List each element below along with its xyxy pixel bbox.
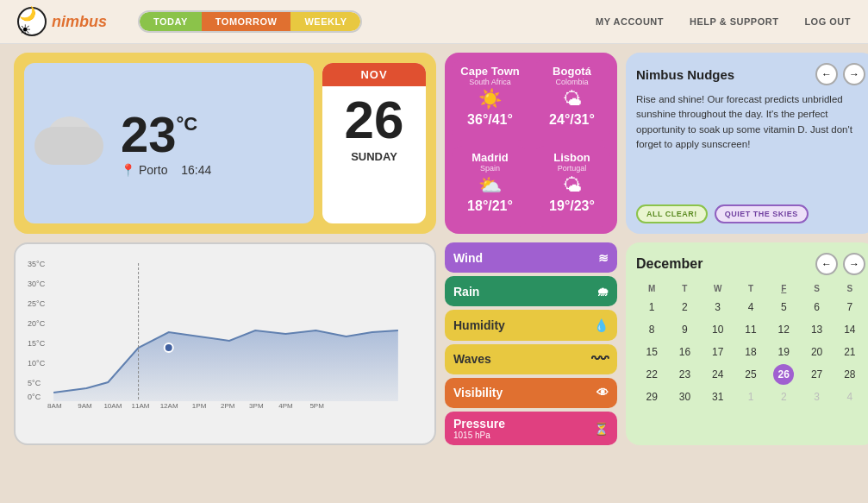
- cal-day-2[interactable]: 2: [674, 297, 695, 318]
- nav-links: MY ACCOUNT HELP & SUPPORT LOG OUT: [596, 16, 851, 27]
- cal-day-1[interactable]: 1: [641, 297, 662, 318]
- city-icon-lisbon: 🌤: [540, 174, 603, 197]
- tab-weekly[interactable]: WEEKLY: [290, 12, 360, 31]
- nav-account[interactable]: MY ACCOUNT: [596, 16, 664, 27]
- cal-day-27[interactable]: 27: [807, 364, 827, 385]
- svg-text:5PM: 5PM: [309, 402, 324, 410]
- dow-fri: F: [768, 282, 799, 295]
- cal-day-31[interactable]: 31: [708, 387, 728, 407]
- pressure-value: 1015 hPa: [453, 431, 505, 440]
- cities-card: Cape Town South Africa ☀️ 36°/41° Bogotá…: [445, 53, 617, 234]
- cal-day-13[interactable]: 13: [807, 319, 827, 340]
- cal-day-5[interactable]: 5: [773, 297, 794, 318]
- cal-day-17[interactable]: 17: [708, 342, 728, 362]
- svg-text:20°C: 20°C: [28, 319, 46, 328]
- cal-weekday: SUNDAY: [322, 150, 426, 170]
- cal-day-other-2[interactable]: 2: [773, 387, 794, 407]
- cal-day-8[interactable]: 8: [641, 319, 662, 340]
- cal-day-30[interactable]: 30: [674, 387, 695, 407]
- city-country-bogota: Colombia: [540, 78, 603, 86]
- nudges-text: Rise and shine! Our forecast predicts un…: [636, 92, 865, 152]
- nudges-header: Nimbus Nudges ← →: [636, 63, 865, 85]
- nav-tabs: TODAY TOMORROW WEEKLY: [138, 10, 362, 33]
- city-lisbon: Lisbon Portugal 🌤 19°/23°: [534, 146, 610, 227]
- cal-day-26-today[interactable]: 26: [773, 364, 794, 385]
- cal-month: NOV: [322, 63, 426, 86]
- svg-text:10°C: 10°C: [28, 359, 46, 368]
- cal-day-16[interactable]: 16: [674, 342, 695, 362]
- rain-label: Rain: [453, 285, 479, 299]
- cloud-icon: [34, 113, 112, 173]
- waves-label: Waves: [453, 352, 491, 366]
- cal-day-14[interactable]: 14: [840, 319, 860, 340]
- cal-day-25[interactable]: 25: [740, 364, 761, 385]
- city-name-lisbon: Lisbon: [540, 151, 603, 164]
- city-temp-madrid: 18°/21°: [459, 198, 521, 214]
- cal-day-7[interactable]: 7: [840, 297, 860, 318]
- cal-day-9[interactable]: 9: [674, 319, 695, 340]
- cal-day-29[interactable]: 29: [641, 387, 662, 407]
- cal-day-23[interactable]: 23: [674, 364, 695, 385]
- current-time: 16:44: [181, 163, 211, 177]
- svg-text:3PM: 3PM: [249, 402, 264, 410]
- calendar-card: December ← → M T W T F S S 1 2 3 4 5 6 7…: [626, 242, 868, 445]
- nudges-prev-button[interactable]: ←: [815, 63, 838, 85]
- nudges-nav-arrows: ← →: [815, 63, 865, 85]
- cal-day-19[interactable]: 19: [773, 342, 794, 362]
- weather-main: 23 °C 📍 Porto 16:44: [24, 63, 314, 223]
- tab-tomorrow[interactable]: TOMORROW: [202, 12, 291, 31]
- svg-text:9AM: 9AM: [78, 402, 92, 410]
- temperature: 23: [121, 110, 177, 160]
- temp-unit: °C: [177, 115, 198, 134]
- nav-logout[interactable]: LOG OUT: [804, 16, 851, 27]
- cal-day-11[interactable]: 11: [740, 319, 761, 340]
- cal-day-other-1[interactable]: 1: [740, 387, 761, 407]
- calendar-next-button[interactable]: →: [843, 253, 865, 275]
- city-temp-bogota: 24°/31°: [540, 112, 603, 128]
- cloud-body: [34, 127, 103, 165]
- cal-day-22[interactable]: 22: [641, 364, 662, 385]
- logo-icon: 🌙☀: [17, 7, 47, 36]
- city-madrid: Madrid Spain ⛅ 18°/21°: [452, 146, 528, 227]
- svg-text:10AM: 10AM: [103, 402, 122, 410]
- calendar-prev-button[interactable]: ←: [815, 253, 838, 275]
- cal-day-3[interactable]: 3: [708, 297, 728, 318]
- temperature-chart: 35°C 30°C 25°C 20°C 15°C 10°C 5°C 0°C: [26, 255, 424, 410]
- tab-today[interactable]: TODAY: [140, 12, 202, 31]
- cal-day-10[interactable]: 10: [708, 319, 728, 340]
- svg-text:11AM: 11AM: [132, 402, 150, 410]
- svg-text:30°C: 30°C: [28, 280, 46, 288]
- logo-text: nimbus: [52, 13, 107, 31]
- cal-day-12[interactable]: 12: [773, 319, 794, 340]
- metric-rain: Rain 🌧: [445, 276, 617, 306]
- city-icon-capetown: ☀️: [459, 88, 521, 110]
- cal-day-15[interactable]: 15: [641, 342, 662, 362]
- all-clear-button[interactable]: ALL CLEAR!: [636, 204, 708, 223]
- cal-day-other-3[interactable]: 3: [807, 387, 827, 407]
- dow-thu: T: [735, 282, 766, 295]
- cal-day-4[interactable]: 4: [740, 297, 761, 318]
- cal-day-21[interactable]: 21: [840, 342, 860, 362]
- cal-day-18[interactable]: 18: [740, 342, 761, 362]
- dow-sat: S: [801, 282, 832, 295]
- metric-wind: Wind ≋: [445, 242, 617, 273]
- pressure-label: Pressure: [453, 417, 505, 431]
- cal-day-other-4[interactable]: 4: [840, 387, 860, 407]
- nav-help[interactable]: HELP & SUPPORT: [690, 16, 778, 27]
- city-name-bogota: Bogotá: [540, 65, 603, 78]
- cal-day: 26: [322, 86, 426, 150]
- navbar: 🌙☀ nimbus TODAY TOMORROW WEEKLY MY ACCOU…: [0, 0, 868, 44]
- quiet-skies-button[interactable]: QUIET THE SKIES: [715, 204, 809, 223]
- city-icon-bogota: 🌤: [540, 88, 603, 110]
- cal-day-6[interactable]: 6: [807, 297, 827, 318]
- cal-day-28[interactable]: 28: [840, 364, 860, 385]
- nudges-next-button[interactable]: →: [843, 63, 865, 85]
- chart-card: 35°C 30°C 25°C 20°C 15°C 10°C 5°C 0°C: [14, 242, 436, 445]
- cal-day-24[interactable]: 24: [708, 364, 728, 385]
- city-temp-lisbon: 19°/23°: [540, 198, 603, 214]
- city-country-capetown: South Africa: [459, 78, 521, 86]
- city-country-lisbon: Portugal: [540, 164, 603, 173]
- cal-day-20[interactable]: 20: [807, 342, 827, 362]
- svg-text:15°C: 15°C: [28, 339, 46, 348]
- wind-icon: ≋: [598, 251, 609, 265]
